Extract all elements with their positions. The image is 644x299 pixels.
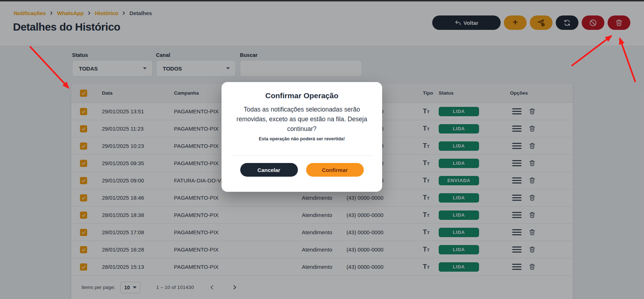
dialog-message: Todas as notificações selecionadas serão… xyxy=(233,105,371,134)
dialog-buttons: Cancelar Confirmar xyxy=(222,163,382,177)
confirm-button[interactable]: Confirmar xyxy=(306,163,364,177)
confirm-operation-dialog: Confirmar Operação Todas as notificações… xyxy=(222,82,382,192)
dialog-title: Confirmar Operação xyxy=(222,91,382,100)
dialog-warning-note: Esta operação não poderá ser revertida! xyxy=(222,136,382,141)
app-window: Notificações WhatsApp Histórico Detalhes… xyxy=(0,0,644,299)
cancel-button[interactable]: Cancelar xyxy=(240,163,298,177)
dialog-divider xyxy=(231,155,373,156)
